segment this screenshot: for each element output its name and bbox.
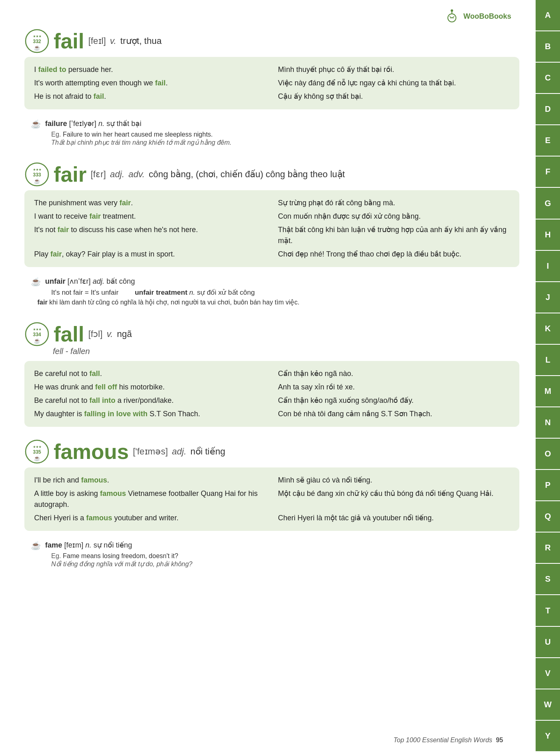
- word-icon-334: ★★★ 334 ☕: [24, 322, 50, 347]
- sidebar-letter-l[interactable]: L: [536, 345, 560, 376]
- example-en-fail-2: It's worth attempting even though we fai…: [34, 78, 266, 89]
- example-en-fall-1: Be careful not to fall.: [34, 368, 266, 379]
- word-meaning-fall: ngã: [117, 329, 132, 339]
- svg-text:333: 333: [33, 172, 41, 178]
- example-vn-fail-2: Việc này đáng để nỗ lực ngay cả khi chún…: [278, 78, 510, 89]
- sidebar-letter-g[interactable]: G: [536, 188, 560, 219]
- logo-area: WooBoBooks: [24, 8, 519, 24]
- sidebar-letter-b[interactable]: B: [536, 31, 560, 63]
- sidebar-letter-a[interactable]: A: [536, 0, 560, 31]
- main-content: WooBoBooks ★★★ 332 ☕ fail [feɪl] v.: [0, 0, 536, 752]
- sub-word-text-unfair: unfair [ʌnˈfɛr] adj. bất công: [45, 277, 135, 286]
- word-phonetic-fair: [fɛr]: [91, 169, 106, 180]
- word-phonetic-fail: [feɪl]: [88, 36, 106, 46]
- word-title-fall: fall: [54, 322, 84, 346]
- subform-fall: fell - fallen: [53, 347, 519, 356]
- sidebar-letter-o[interactable]: O: [536, 439, 560, 470]
- sidebar-letter-k[interactable]: K: [536, 313, 560, 345]
- sidebar-letter-e[interactable]: E: [536, 125, 560, 156]
- sub-eg-vn-fame: Nổi tiếng đồng nghĩa với mất tự do, phải…: [51, 560, 513, 568]
- sub-word-area-unfair: ☕ unfair [ʌnˈfɛr] adj. bất công It's not…: [24, 274, 519, 309]
- logo-text: WooBoBooks: [463, 12, 511, 21]
- example-en-fair-3: It's not fair to discuss his case when h…: [34, 224, 266, 246]
- sidebar-letter-t[interactable]: T: [536, 595, 560, 626]
- word-icon-335: ★★★ 335 ☕: [24, 439, 50, 464]
- sidebar-letter-j[interactable]: J: [536, 282, 560, 313]
- word-header-fail: ★★★ 332 ☕ fail [feɪl] v. trượt, thua: [24, 28, 519, 54]
- examples-box-fail: I failed to persuade her. Mình thuyết ph…: [24, 57, 519, 109]
- sidebar-letter-r[interactable]: R: [536, 532, 560, 564]
- sidebar-letter-p[interactable]: P: [536, 470, 560, 501]
- word-title-fair: fair: [54, 162, 87, 187]
- example-vn-famous-2: Một cậu bé đang xin chữ ký cầu thủ bóng …: [278, 488, 510, 510]
- sidebar-letter-c[interactable]: C: [536, 63, 560, 94]
- sidebar-letter-i[interactable]: I: [536, 251, 560, 282]
- coffee-icon-fame: ☕: [31, 541, 41, 550]
- examples-box-famous: I'll be rich and famous. Mình sẽ giàu có…: [24, 467, 519, 531]
- svg-text:★★★: ★★★: [33, 445, 41, 449]
- example-en-fall-3: Be careful not to fall into a river/pond…: [34, 395, 266, 406]
- example-en-famous-3: Cheri Hyeri is a famous youtuber and wri…: [34, 513, 266, 524]
- inline-eq-fair: It's not fair = It's unfair: [51, 289, 119, 297]
- svg-text:★★★: ★★★: [33, 328, 41, 331]
- sidebar-letter-v[interactable]: V: [536, 658, 560, 689]
- sidebar-letter-f[interactable]: F: [536, 156, 560, 188]
- sidebar-letter-n[interactable]: N: [536, 407, 560, 439]
- word-pos-fair: adj.: [110, 169, 124, 180]
- example-en-fair-1: The punishment was very fair.: [34, 198, 266, 209]
- svg-text:335: 335: [33, 449, 41, 455]
- word-meaning-famous: nổi tiếng: [191, 446, 226, 457]
- example-vn-fair-2: Con muốn nhận được sự đối xử công bằng.: [278, 211, 510, 222]
- sidebar-letter-s[interactable]: S: [536, 564, 560, 595]
- example-en-fair-4: Play fair, okay? Fair play is a must in …: [34, 249, 266, 260]
- sub-word-area-failure: ☕ failure [ˈfeɪlyər] n. sự thất bại Eg. …: [24, 116, 519, 150]
- example-en-fall-4: My daughter is falling in love with S.T …: [34, 409, 266, 419]
- word-header-famous: ★★★ 335 ☕ famous ['feɪməs] adj. nổi tiến…: [24, 439, 519, 464]
- example-vn-fair-4: Chơi đẹp nhé! Trong thể thao chơi đẹp là…: [278, 249, 510, 260]
- example-en-fall-2: He was drunk and fell off his motorbike.: [34, 382, 266, 393]
- logo-icon: [444, 8, 460, 24]
- example-en-fail-1: I failed to persuade her.: [34, 64, 266, 75]
- example-en-famous-1: I'll be rich and famous.: [34, 475, 266, 486]
- word-meaning-fair: công bằng, (chơi, chiến đấu) công bằng t…: [149, 169, 345, 180]
- example-vn-fall-3: Cẩn thận kẻo ngã xuống sông/ao/hồ đấy.: [278, 395, 510, 406]
- sidebar-letter-h[interactable]: H: [536, 220, 560, 251]
- example-vn-fail-3: Cậu ấy không sợ thất bại.: [278, 91, 510, 102]
- sub-word-text-fame: fame [feɪm] n. sự nổi tiếng: [45, 541, 132, 550]
- example-vn-famous-1: Mình sẽ giàu có và nổi tiếng.: [278, 475, 510, 486]
- sidebar-letter-w[interactable]: W: [536, 689, 560, 721]
- svg-text:☕: ☕: [34, 44, 41, 51]
- sidebar-letter-d[interactable]: D: [536, 94, 560, 125]
- example-vn-fall-1: Cẩn thận kẻo ngã nào.: [278, 368, 510, 379]
- svg-text:★★★: ★★★: [33, 35, 41, 38]
- example-vn-fair-1: Sự trừng phạt đó rất công bằng mà.: [278, 198, 510, 209]
- svg-text:★★★: ★★★: [33, 168, 41, 172]
- example-vn-fair-3: Thật bất công khi bàn luận về trường hợp…: [278, 224, 510, 246]
- word-pos-fail: v.: [110, 36, 116, 46]
- example-vn-fail-1: Mình thuyết phục cô ấy thất bại rồi.: [278, 64, 510, 75]
- word-header-fair: ★★★ 333 ☕ fair [fɛr] adj. adv. công bằng…: [24, 162, 519, 187]
- coffee-icon-failure: ☕: [31, 119, 41, 129]
- svg-text:☕: ☕: [34, 337, 41, 344]
- inline-compound-fair: unfair treatment n. sự đối xử bất công: [135, 288, 255, 297]
- sidebar-letter-u[interactable]: U: [536, 627, 560, 658]
- word-pos-famous: adj.: [172, 446, 186, 457]
- word-entry-fail: ★★★ 332 ☕ fail [feɪl] v. trượt, thua I f…: [24, 28, 519, 150]
- word-title-fail: fail: [54, 29, 84, 53]
- svg-point-2: [451, 9, 453, 12]
- svg-text:☕: ☕: [34, 455, 41, 462]
- example-vn-fall-4: Con bé nhà tôi đang cảm nắng S.T Sơn Thạ…: [278, 409, 510, 419]
- example-en-fail-3: He is not afraid to fail.: [34, 91, 266, 102]
- sidebar-letter-y[interactable]: Y: [536, 721, 560, 752]
- word-phonetic-fall: [fɔl]: [88, 329, 102, 339]
- sidebar-letter-m[interactable]: M: [536, 376, 560, 407]
- word-icon-333: ★★★ 333 ☕: [24, 162, 50, 187]
- word-entry-fall: ★★★ 334 ☕ fall [fɔl] v. ngã fell - falle…: [24, 322, 519, 427]
- inline-sub-row-fair: It's not fair = It's unfair unfair treat…: [51, 288, 513, 297]
- word-header-block-fall: ★★★ 334 ☕ fall [fɔl] v. ngã fell - falle…: [24, 322, 519, 358]
- word-entry-famous: ★★★ 335 ☕ famous ['feɪməs] adj. nổi tiến…: [24, 439, 519, 571]
- example-en-fair-2: I want to receive fair treatment.: [34, 211, 266, 222]
- sub-word-example-failure: Eg. Failure to win her heart caused me s…: [51, 130, 513, 146]
- sidebar-letter-q[interactable]: Q: [536, 501, 560, 532]
- svg-text:☕: ☕: [34, 178, 41, 185]
